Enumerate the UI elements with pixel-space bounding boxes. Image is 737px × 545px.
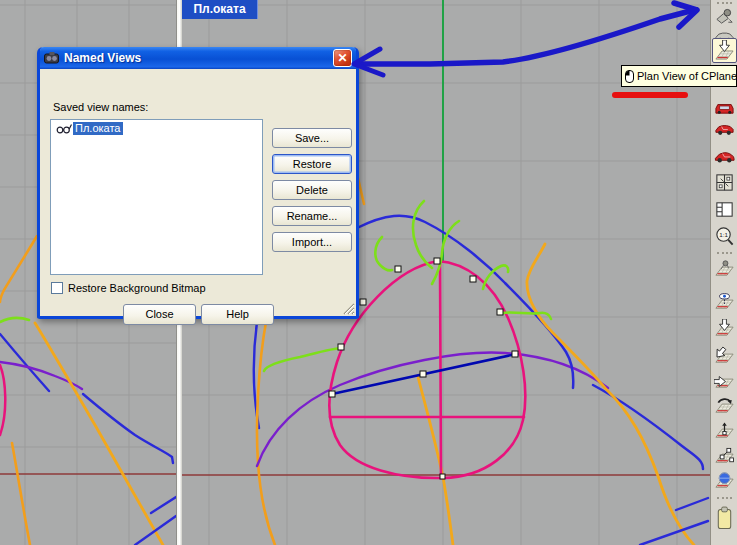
checkbox-label: Restore Background Bitmap	[68, 282, 206, 294]
dialog-title: Named Views	[64, 51, 333, 65]
plan-view-cplane-button[interactable]	[712, 38, 737, 63]
cplane-origin-icon[interactable]	[714, 319, 735, 340]
named-views-app-icon	[44, 51, 59, 65]
left-pink-curve[interactable]	[0, 365, 5, 435]
rename-button[interactable]: Rename...	[272, 206, 352, 226]
saved-views-listbox[interactable]: Пл.оката	[50, 119, 263, 275]
red-underline-annotation	[612, 92, 688, 98]
restore-background-bitmap-checkbox[interactable]	[51, 282, 63, 294]
cplane-world-icon[interactable]	[714, 471, 735, 492]
viewport-title-tab[interactable]: Пл.оката	[182, 0, 258, 19]
named-views-dialog: Named Views ✕ Saved view names: Пл.оката…	[37, 47, 359, 319]
car-red-side-icon[interactable]	[714, 118, 735, 139]
blue-dash-bottom-2[interactable]	[640, 521, 708, 545]
sleeve-vertical-line[interactable]	[440, 261, 441, 477]
resize-grip[interactable]	[342, 302, 355, 315]
plan-view-cplane-icon	[714, 40, 735, 61]
green-line-d[interactable]	[264, 348, 342, 371]
shade-lamp-icon[interactable]	[714, 6, 735, 27]
cplane-object-icon[interactable]	[714, 446, 735, 467]
left-blue-dash-2[interactable]	[135, 516, 176, 545]
green-squiggle-h[interactable]	[413, 201, 432, 268]
car-red-sports-icon[interactable]	[714, 145, 735, 166]
delete-button[interactable]: Delete	[272, 180, 352, 200]
list-item-label: Пл.оката	[73, 122, 123, 135]
orange-through-curve[interactable]	[418, 377, 453, 545]
cplane-view-icon[interactable]	[714, 292, 735, 313]
left-orange-long[interactable]	[35, 323, 163, 545]
blue-arc-lower-right[interactable]	[593, 385, 703, 469]
saved-view-names-label: Saved view names:	[53, 101, 148, 113]
tooltip-text: Plan View of CPlane	[637, 70, 737, 82]
grip-dots[interactable]	[717, 2, 732, 5]
orange-vertical-curve[interactable]	[257, 322, 275, 545]
mouse-left-button-icon	[625, 70, 634, 83]
zoom-1to1-icon[interactable]: 1:1	[714, 226, 735, 247]
purple-arc[interactable]	[257, 353, 608, 466]
left-orange-top[interactable]	[0, 236, 37, 302]
close-dialog-button[interactable]: Close	[123, 304, 196, 325]
dialog-body: Saved view names: Пл.оката Save... Resto…	[40, 69, 356, 316]
cplane-shade-icon[interactable]	[714, 259, 735, 280]
green-squiggle-a[interactable]	[432, 221, 459, 284]
cplane-corner-icon[interactable]	[714, 346, 735, 367]
list-item[interactable]: Пл.оката	[52, 121, 261, 136]
restore-button[interactable]: Restore	[272, 154, 352, 174]
viewport-layout-icon[interactable]	[714, 199, 735, 220]
import-button[interactable]: Import...	[272, 232, 352, 252]
grip-dots[interactable]	[717, 252, 732, 255]
paste-clipboard-icon[interactable]	[714, 505, 735, 533]
car-red-front-icon[interactable]	[714, 96, 735, 117]
rhino-app-window: Пл.оката	[0, 0, 737, 545]
left-purple-curve[interactable]	[0, 362, 82, 389]
green-squiggle-g[interactable]	[375, 237, 392, 270]
help-button[interactable]: Help	[201, 304, 274, 325]
left-orange-short[interactable]	[12, 443, 30, 545]
four-viewports-icon[interactable]	[714, 172, 735, 193]
grip-dots[interactable]	[717, 497, 732, 500]
cplane-rotate-icon[interactable]	[714, 396, 735, 417]
blue-dash-bottom-1[interactable]	[676, 498, 708, 510]
cplane-right-icon[interactable]	[714, 371, 735, 392]
zoom-ratio-label: 1:1	[719, 231, 728, 238]
blue-arc-main[interactable]	[357, 216, 573, 388]
left-blue-dash-1[interactable]	[151, 497, 176, 513]
cplane-elevate-icon[interactable]	[714, 421, 735, 442]
tooltip: Plan View of CPlane	[621, 65, 737, 87]
eyeglasses-icon	[56, 123, 72, 134]
save-button[interactable]: Save...	[272, 128, 352, 148]
dialog-title-bar[interactable]: Named Views ✕	[40, 47, 356, 69]
close-button[interactable]: ✕	[333, 49, 352, 67]
